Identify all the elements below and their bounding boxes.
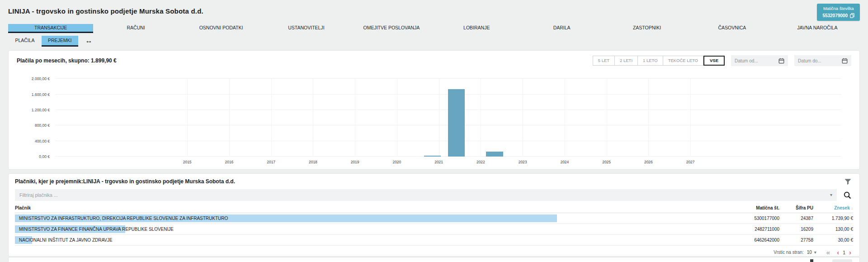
- payer-znesek: 130,00 €: [813, 227, 853, 232]
- y-axis-tick-label: 2.000,00 €: [32, 76, 50, 81]
- date-to-field[interactable]: [794, 55, 851, 66]
- gridline-vertical: [355, 79, 355, 157]
- subtab-prejemki[interactable]: PREJEMKI: [42, 36, 78, 47]
- tab-darila[interactable]: DARILA: [519, 24, 604, 33]
- payer-cell: MINISTRSTVO ZA FINANCE FINANČNA UPRAVA R…: [15, 224, 725, 234]
- gridline-vertical: [397, 79, 397, 157]
- range-button-vse[interactable]: VSE: [703, 56, 725, 66]
- badge-value: 5532079000: [822, 12, 848, 19]
- main-tabs: TRANSAKCIJERAČUNIOSNOVNI PODATKIUSTANOVI…: [8, 24, 860, 33]
- search-icon[interactable]: [841, 189, 853, 201]
- payer-znesek: 30,00 €: [813, 238, 853, 243]
- bar-chart: 0,00 €400,00 €800,00 €1.200,00 €1.600,00…: [55, 79, 841, 157]
- page-title: LINIJA - trgovsko in gostinsko podjetje …: [8, 4, 203, 15]
- x-axis-tick-label: 2021: [434, 160, 443, 164]
- x-axis-tick-label: 2017: [267, 160, 275, 164]
- page-header: LINIJA - trgovsko in gostinsko podjetje …: [0, 0, 868, 21]
- chart-title: Plačila po mesecih, skupno: 1.899,90 €: [17, 57, 117, 64]
- y-axis-tick-label: 1.200,00 €: [32, 108, 50, 112]
- range-button-2-leti[interactable]: 2 LETI: [615, 56, 638, 66]
- tab-omejitve-poslovanja[interactable]: OMEJITVE POSLOVANJA: [349, 24, 434, 33]
- column-header-sifra-pu[interactable]: Šifra PU: [779, 205, 813, 210]
- table-row[interactable]: NACIONALNI INŠTITUT ZA JAVNO ZDRAVJE6462…: [15, 235, 853, 246]
- chart-controls: 5 LET2 LETI1 LETOTEKOČE LETOVSE: [593, 55, 851, 66]
- gridline-vertical: [271, 79, 272, 157]
- rows-per-page-label: Vrstic na stran:: [774, 250, 803, 255]
- gridline-vertical: [648, 79, 649, 157]
- copy-icon[interactable]: [850, 13, 854, 18]
- calendar-icon[interactable]: [778, 58, 784, 64]
- chart-bar[interactable]: [448, 89, 465, 157]
- range-button-5-let[interactable]: 5 LET: [593, 56, 615, 66]
- chevron-down-icon[interactable]: ▾: [830, 193, 832, 197]
- column-header-maticna[interactable]: Matična št.: [725, 205, 779, 210]
- payer-cell: MINISTRSTVO ZA INFRASTRUKTURO, DIREKCIJA…: [15, 213, 725, 224]
- x-axis-tick-label: 2016: [225, 160, 233, 164]
- tab-ra-uni[interactable]: RAČUNI: [93, 24, 178, 33]
- gridline-vertical: [313, 79, 313, 157]
- x-axis-tick-label: 2024: [560, 160, 569, 164]
- x-axis-tick-label: 2026: [644, 160, 653, 164]
- partial-next-panel: [8, 257, 860, 262]
- partial-button: [832, 259, 852, 262]
- table-header-row: Plačnik Matična št. Šifra PU Znesek ↓: [15, 201, 853, 213]
- first-page-button[interactable]: «: [826, 249, 830, 256]
- tab-ustanovitelji[interactable]: USTANOVITELJI: [264, 24, 349, 33]
- x-axis-tick-label: 2025: [602, 160, 611, 164]
- tab-lobiranje[interactable]: LOBIRANJE: [434, 24, 519, 33]
- company-id-badge[interactable]: Matična številka 5532079000: [817, 4, 860, 21]
- tab-javna-naro-ila[interactable]: JAVNA NAROČILA: [775, 24, 860, 33]
- range-button-teko-e-leto[interactable]: TEKOČE LETO: [663, 56, 703, 66]
- payer-name: MINISTRSTVO ZA INFRASTRUKTURO, DIREKCIJA…: [15, 216, 228, 221]
- payer-filter-input[interactable]: [19, 192, 826, 198]
- x-axis-tick-label: 2015: [183, 160, 192, 164]
- swap-direction-icon[interactable]: ↔: [85, 36, 93, 47]
- badge-label: Matična številka: [822, 5, 854, 12]
- x-axis-tick-label: 2022: [476, 160, 485, 164]
- tab-zastopniki[interactable]: ZASTOPNIKI: [604, 24, 689, 33]
- payer-maticna: 6462642000: [725, 238, 779, 243]
- sort-desc-icon: ↓: [851, 206, 854, 210]
- range-button-group: 5 LET2 LETI1 LETOTEKOČE LETOVSE: [593, 56, 725, 66]
- prev-page-button[interactable]: ‹: [837, 249, 839, 256]
- x-axis-tick-label: 2018: [309, 160, 317, 164]
- gridline-vertical: [187, 79, 188, 157]
- payer-filter-field[interactable]: ▾: [15, 189, 837, 201]
- date-from-input[interactable]: [735, 58, 776, 63]
- gridline-vertical: [481, 79, 481, 157]
- x-axis-tick-label: 2019: [351, 160, 359, 164]
- payer-name: NACIONALNI INŠTITUT ZA JAVNO ZDRAVJE: [15, 238, 113, 243]
- payer-sifra-pu: 24387: [779, 216, 813, 221]
- current-page[interactable]: 1: [843, 250, 845, 255]
- next-page-button[interactable]: ›: [849, 249, 851, 256]
- payer-maticna: 2482711000: [725, 227, 779, 232]
- column-header-znesek[interactable]: Znesek ↓: [813, 205, 853, 210]
- range-button-1-leto[interactable]: 1 LETO: [638, 56, 663, 66]
- y-axis-tick-label: 800,00 €: [35, 123, 50, 128]
- partial-icon: [810, 259, 813, 262]
- gridline-vertical: [690, 79, 691, 157]
- calendar-icon[interactable]: [842, 58, 848, 64]
- payer-sifra-pu: 16209: [779, 227, 813, 232]
- rows-per-page-select[interactable]: 10 ▾: [807, 250, 816, 255]
- subtab-pla-ila[interactable]: PLAČILA: [8, 36, 42, 47]
- payer-maticna: 5300177000: [725, 216, 779, 221]
- date-to-input[interactable]: [798, 58, 839, 63]
- tab-transakcije[interactable]: TRANSAKCIJE: [8, 24, 93, 33]
- column-header-placnik[interactable]: Plačnik: [15, 205, 725, 210]
- chevron-down-icon: ▾: [814, 250, 816, 255]
- gridline-vertical: [565, 79, 565, 157]
- date-from-field[interactable]: [731, 55, 788, 66]
- chart-bar[interactable]: [486, 152, 503, 157]
- y-axis-tick-label: 0,00 €: [39, 154, 50, 159]
- table-row[interactable]: MINISTRSTVO ZA INFRASTRUKTURO, DIREKCIJA…: [15, 213, 853, 224]
- tab-asovnica[interactable]: ČASOVNICA: [689, 24, 774, 33]
- table-row[interactable]: MINISTRSTVO ZA FINANCE FINANČNA UPRAVA R…: [15, 224, 853, 235]
- gridline-horizontal: [55, 78, 841, 79]
- gridline-vertical: [439, 79, 439, 157]
- gridline-vertical: [523, 79, 523, 157]
- filter-icon[interactable]: [843, 178, 853, 186]
- chart-bar[interactable]: [424, 156, 441, 157]
- payer-name: MINISTRSTVO ZA FINANCE FINANČNA UPRAVA R…: [15, 227, 174, 232]
- tab-osnovni-podatki[interactable]: OSNOVNI PODATKI: [179, 24, 264, 33]
